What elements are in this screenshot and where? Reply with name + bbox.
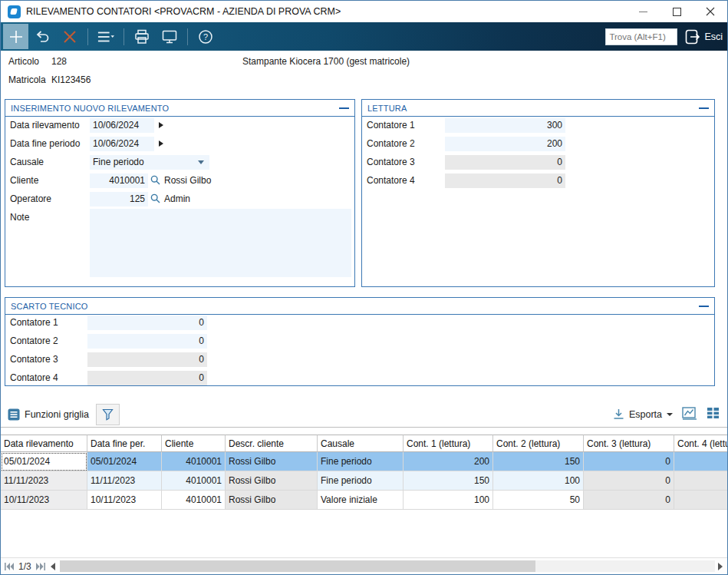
last-record-icon[interactable] bbox=[36, 563, 45, 570]
grid-cell[interactable]: 11/11/2023 bbox=[87, 471, 162, 491]
grid-cell[interactable]: 10/11/2023 bbox=[87, 491, 162, 510]
grid-cell[interactable]: 11/11/2023 bbox=[1, 471, 87, 491]
grid-cell[interactable]: 0 bbox=[584, 452, 674, 471]
grid-row[interactable]: 10/11/2023 10/11/2023 4010001 Rossi Gilb… bbox=[1, 491, 728, 510]
grid-cell[interactable]: 4010001 bbox=[162, 471, 226, 491]
exit-button[interactable]: Esci bbox=[685, 29, 723, 45]
grid-cell[interactable]: 150 bbox=[493, 452, 584, 471]
grid-row-selected[interactable]: 05/01/2024 05/01/2024 4010001 Rossi Gilb… bbox=[1, 452, 728, 471]
grid-functions-icon[interactable] bbox=[8, 408, 20, 421]
grid-cell[interactable]: Rossi Gilbo bbox=[226, 491, 318, 510]
grid-cell[interactable]: 200 bbox=[404, 452, 493, 471]
articolo-value: 128 bbox=[51, 56, 67, 67]
filter-button[interactable] bbox=[96, 404, 120, 425]
lettura-contatore2-field[interactable]: 200 bbox=[445, 137, 565, 151]
search-lens-icon[interactable] bbox=[150, 175, 160, 187]
scroll-left-icon[interactable] bbox=[51, 563, 55, 570]
scarto-contatore2-field[interactable]: 0 bbox=[87, 334, 207, 349]
grid-cell[interactable]: 4010001 bbox=[162, 491, 226, 510]
esporta-button[interactable]: Esporta bbox=[613, 408, 673, 420]
date-picker-arrow-icon[interactable] bbox=[159, 122, 163, 128]
grid-cell[interactable] bbox=[674, 471, 728, 491]
monitor-icon[interactable] bbox=[161, 28, 178, 45]
panel-scarto-title: SCARTO TECNICO bbox=[11, 302, 88, 311]
card-view-icon[interactable] bbox=[707, 407, 720, 421]
close-button[interactable] bbox=[693, 1, 727, 22]
grid-cell[interactable]: Fine periodo bbox=[318, 452, 404, 471]
chevron-down-icon bbox=[667, 413, 673, 416]
exit-icon bbox=[685, 29, 700, 45]
causale-label: Causale bbox=[10, 155, 44, 170]
column-header[interactable]: Cont. 3 (lettura) bbox=[584, 435, 674, 452]
panel-scarto-header: SCARTO TECNICO bbox=[5, 298, 714, 315]
operatore-label: Operatore bbox=[10, 192, 51, 207]
scarto-contatore1-field[interactable]: 0 bbox=[87, 316, 207, 330]
date-picker-arrow-icon[interactable] bbox=[159, 140, 163, 147]
grid-cell[interactable]: 10/11/2023 bbox=[1, 491, 87, 510]
column-header[interactable]: Cliente bbox=[162, 435, 226, 452]
causale-select[interactable]: Fine periodo bbox=[90, 155, 209, 170]
window-title: RILEVAMENTO CONTATORI <PROVACRM - AZIEND… bbox=[26, 6, 341, 17]
toolbar-separator bbox=[124, 28, 124, 45]
menu-icon[interactable] bbox=[97, 28, 114, 45]
grid-cell[interactable]: 0 bbox=[584, 471, 674, 491]
search-lens-icon[interactable] bbox=[150, 193, 160, 206]
help-icon[interactable]: ? bbox=[197, 28, 214, 45]
cliente-label: Cliente bbox=[10, 173, 38, 188]
grid-cell[interactable] bbox=[674, 491, 728, 510]
note-textarea[interactable] bbox=[90, 209, 351, 277]
data-fine-periodo-field[interactable]: 10/06/2024 bbox=[90, 137, 154, 151]
grid-row[interactable]: 11/11/2023 11/11/2023 4010001 Rossi Gilb… bbox=[1, 471, 728, 491]
column-header[interactable]: Cont. 4 (lettura) bbox=[674, 435, 728, 452]
chevron-down-icon[interactable] bbox=[198, 160, 204, 164]
grid-cell[interactable]: 150 bbox=[404, 471, 493, 491]
first-record-icon[interactable] bbox=[5, 563, 14, 570]
panel-lettura-header: LETTURA bbox=[362, 100, 714, 117]
panel-lettura: LETTURA Contatore 1 300 Contatore 2 200 … bbox=[361, 99, 715, 287]
collapse-icon[interactable] bbox=[339, 107, 349, 109]
find-input[interactable] bbox=[605, 28, 677, 45]
grid-cell[interactable]: Fine periodo bbox=[318, 471, 404, 491]
grid-cell[interactable] bbox=[674, 452, 728, 471]
new-record-button[interactable] bbox=[3, 24, 28, 49]
grid-cell[interactable]: 50 bbox=[493, 491, 584, 510]
toolbar-right-group: Esci bbox=[605, 28, 723, 45]
print-icon[interactable] bbox=[133, 28, 150, 45]
maximize-button[interactable] bbox=[660, 1, 693, 22]
column-header[interactable]: Data rilevamento bbox=[1, 435, 87, 452]
column-header[interactable]: Cont. 2 (lettura) bbox=[493, 435, 584, 452]
column-header[interactable]: Descr. cliente bbox=[226, 435, 318, 452]
grid-cell[interactable]: 4010001 bbox=[162, 452, 226, 471]
grid-cell[interactable]: 05/01/2024 bbox=[1, 452, 87, 471]
collapse-icon[interactable] bbox=[699, 107, 709, 109]
results-grid: Data rilevamento Data fine per. Cliente … bbox=[1, 435, 728, 510]
horizontal-scrollbar[interactable] bbox=[60, 560, 715, 572]
lettura-contatore1-field[interactable]: 300 bbox=[445, 118, 565, 133]
chart-view-icon[interactable] bbox=[682, 407, 697, 422]
cancel-x-icon[interactable] bbox=[61, 28, 78, 45]
scarto-contatore1-label: Contatore 1 bbox=[10, 316, 58, 330]
minimize-button[interactable] bbox=[626, 1, 660, 22]
scrollbar-thumb[interactable] bbox=[60, 560, 535, 572]
grid-cell[interactable]: 100 bbox=[493, 471, 584, 491]
data-rilevamento-field[interactable]: 10/06/2024 bbox=[90, 118, 154, 133]
grid-cell[interactable]: 0 bbox=[584, 491, 674, 510]
panel-inserimento-header: INSERIMENTO NUOVO RILEVAMENTO bbox=[5, 100, 354, 117]
filter-funnel-icon bbox=[102, 408, 114, 421]
column-header[interactable]: Cont. 1 (lettura) bbox=[404, 435, 493, 452]
cliente-code-field[interactable]: 4010001 bbox=[90, 173, 148, 188]
grid-cell[interactable]: Rossi Gilbo bbox=[226, 471, 318, 491]
undo-icon[interactable] bbox=[34, 28, 51, 45]
grid-cell[interactable]: Rossi Gilbo bbox=[226, 452, 318, 471]
column-header[interactable]: Causale bbox=[318, 435, 404, 452]
scroll-right-icon[interactable] bbox=[718, 563, 723, 570]
grid-cell[interactable]: Valore iniziale bbox=[318, 491, 404, 510]
operatore-code-field[interactable]: 125 bbox=[90, 192, 148, 207]
grid-cell[interactable]: 100 bbox=[404, 491, 493, 510]
column-header[interactable]: Data fine per. bbox=[87, 435, 162, 452]
toolbar-separator bbox=[87, 28, 88, 45]
scarto-contatore4-label: Contatore 4 bbox=[10, 371, 58, 385]
funzioni-griglia-label[interactable]: Funzioni griglia bbox=[25, 409, 89, 420]
collapse-icon[interactable] bbox=[699, 306, 709, 307]
grid-cell[interactable]: 05/01/2024 bbox=[87, 452, 162, 471]
